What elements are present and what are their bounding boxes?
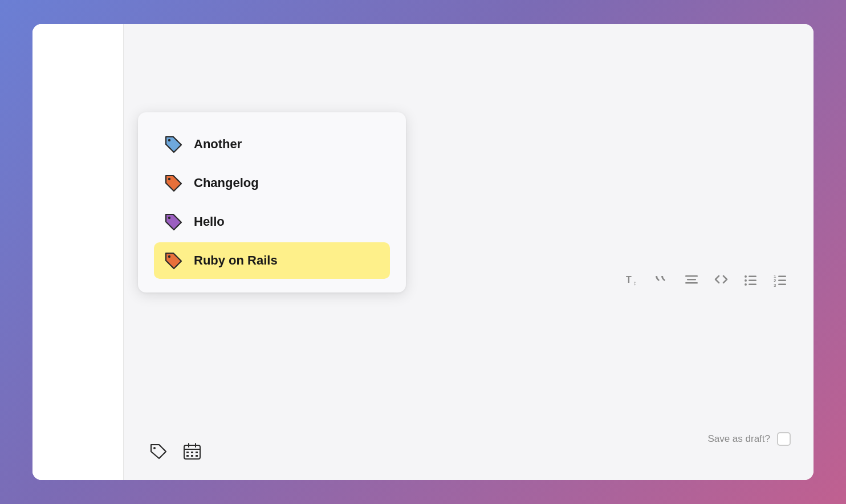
tag-item-ruby-on-rails[interactable]: Ruby on Rails [154, 242, 390, 279]
svg-rect-26 [186, 452, 189, 453]
calendar-icon [181, 441, 203, 462]
align-icon [684, 271, 699, 287]
tag-icon-changelog [163, 173, 184, 193]
tag-dropdown: Another Changelog Hello [138, 112, 406, 292]
code-button[interactable] [711, 269, 731, 290]
svg-text:T: T [626, 275, 632, 284]
tag-icon-hello [163, 212, 184, 232]
tag-item-another[interactable]: Another [154, 126, 390, 162]
svg-text:3: 3 [774, 283, 776, 287]
svg-rect-30 [191, 455, 193, 457]
tag-label-another: Another [194, 137, 242, 152]
tag-label-ruby-on-rails: Ruby on Rails [194, 253, 278, 268]
tag-icon-ruby-on-rails [163, 250, 184, 271]
svg-rect-31 [196, 455, 198, 457]
svg-point-11 [745, 279, 747, 282]
svg-point-13 [745, 283, 747, 286]
ordered-list-icon: 1 2 3 [772, 271, 788, 287]
left-sidebar [32, 24, 124, 480]
font-size-icon: T ↕ [624, 271, 640, 287]
save-draft-area: Save as draft? [707, 432, 791, 446]
tag-icon [147, 441, 169, 462]
svg-rect-29 [186, 455, 189, 457]
svg-point-3 [168, 255, 170, 258]
svg-rect-16 [778, 276, 786, 278]
bottom-toolbar: Save as draft? [124, 440, 814, 463]
svg-rect-28 [196, 452, 198, 453]
bottom-left-icons [147, 440, 204, 463]
tag-item-changelog[interactable]: Changelog [154, 165, 390, 201]
font-size-button[interactable]: T ↕ [622, 269, 642, 290]
svg-point-9 [745, 275, 747, 278]
svg-rect-6 [685, 275, 698, 277]
code-icon [713, 271, 729, 287]
formatting-toolbar: T ↕ [622, 269, 791, 290]
svg-point-1 [168, 178, 170, 180]
ordered-list-button[interactable]: 1 2 3 [770, 269, 791, 290]
align-button[interactable] [681, 269, 702, 290]
save-draft-label: Save as draft? [707, 433, 770, 445]
svg-rect-7 [687, 279, 696, 281]
svg-rect-12 [749, 280, 756, 282]
svg-rect-14 [749, 284, 756, 286]
svg-point-0 [168, 139, 170, 141]
main-window: Another Changelog Hello [32, 24, 814, 480]
save-draft-checkbox[interactable] [777, 432, 791, 446]
tag-button[interactable] [147, 440, 169, 463]
svg-text:↕: ↕ [633, 279, 637, 286]
quote-icon [654, 271, 670, 287]
tag-icon-another [163, 134, 184, 155]
svg-rect-18 [778, 280, 786, 282]
main-content: Another Changelog Hello [32, 24, 814, 480]
bullet-list-icon [743, 271, 759, 287]
quote-button[interactable] [652, 269, 672, 290]
calendar-button[interactable] [181, 440, 204, 463]
tag-label-changelog: Changelog [194, 176, 259, 190]
svg-point-2 [168, 217, 170, 219]
svg-rect-10 [749, 276, 756, 278]
tag-label-hello: Hello [194, 214, 225, 229]
svg-rect-20 [778, 284, 786, 286]
bullet-list-button[interactable] [741, 269, 761, 290]
tag-item-hello[interactable]: Hello [154, 204, 390, 240]
svg-rect-8 [685, 282, 698, 284]
svg-rect-27 [191, 452, 193, 453]
svg-point-21 [153, 447, 156, 449]
